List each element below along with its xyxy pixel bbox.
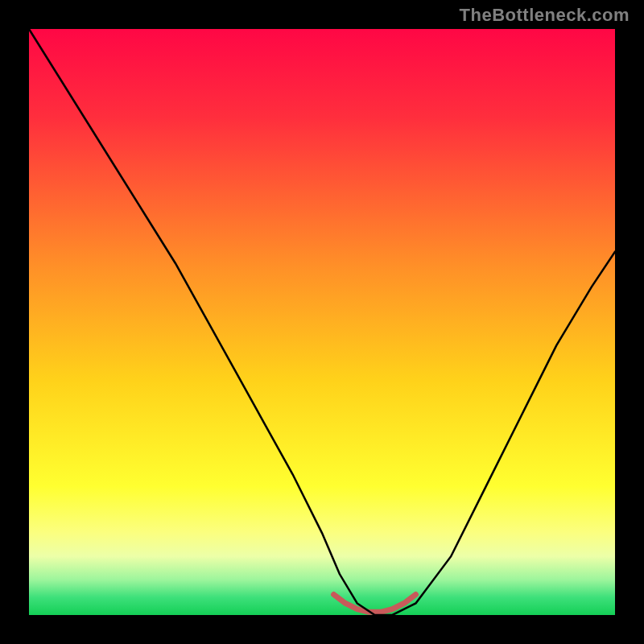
bottleneck-curve — [29, 29, 615, 615]
chart-frame: { "watermark": "TheBottleneck.com", "cha… — [0, 0, 644, 644]
curve-layer — [29, 29, 615, 615]
watermark-text: TheBottleneck.com — [460, 5, 630, 26]
plot-area — [29, 29, 615, 615]
